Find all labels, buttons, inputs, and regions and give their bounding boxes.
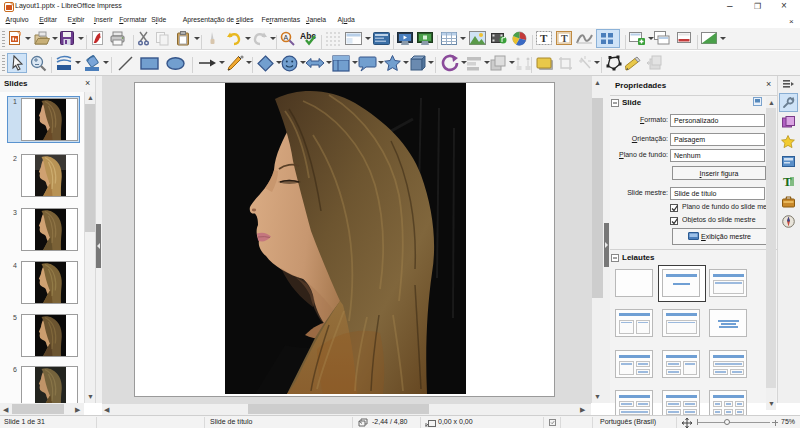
svg-text:A: A xyxy=(284,34,289,41)
svg-text:T: T xyxy=(561,33,568,44)
svg-text:T: T xyxy=(540,32,548,44)
